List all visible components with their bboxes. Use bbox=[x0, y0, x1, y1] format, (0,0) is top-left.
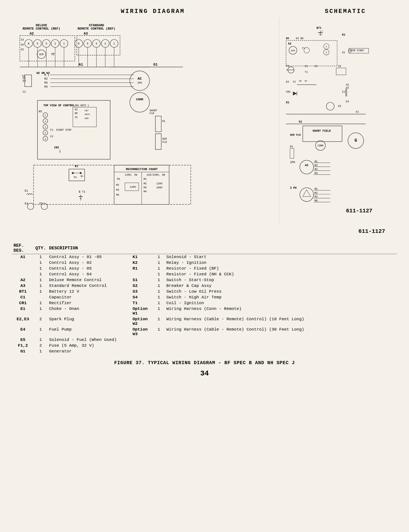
part-qty-right: 1 bbox=[153, 306, 165, 316]
svg-text:-: - bbox=[322, 34, 323, 36]
svg-text:5: 5 bbox=[87, 42, 88, 45]
part-ref-right: T1 bbox=[131, 300, 153, 306]
part-ref-right bbox=[131, 348, 153, 354]
table-row: A11Control Assy - 01 -05K11Solenoid - St… bbox=[12, 254, 397, 260]
part-desc: Generator bbox=[47, 348, 131, 354]
svg-point-94 bbox=[72, 172, 74, 174]
parts-table-section: REF. DES. QTY. DESCRIPTION A11Control As… bbox=[12, 242, 397, 354]
part-desc-right: Wiring Harness (Conn - Remote) bbox=[165, 306, 397, 316]
svg-text:FLB: FLB bbox=[149, 112, 154, 115]
parts-table: REF. DES. QTY. DESCRIPTION A11Control As… bbox=[12, 242, 397, 354]
part-ref: CR1 bbox=[12, 300, 34, 306]
header-desc-2 bbox=[165, 242, 397, 254]
part-qty-right: 1 bbox=[153, 327, 165, 337]
part-desc: Rectifier bbox=[47, 300, 131, 306]
diagram-titles: WIRING DIAGRAM SCHEMATIC bbox=[12, 8, 397, 15]
part-qty: 1 bbox=[34, 300, 47, 306]
svg-text:6: 6 bbox=[78, 42, 80, 45]
svg-text:W1: W1 bbox=[39, 110, 42, 113]
svg-text:BT1: BT1 bbox=[316, 27, 322, 30]
svg-text:REMOTE CONTROL (REF): REMOTE CONTROL (REF) bbox=[22, 27, 60, 31]
svg-text:M1: M1 bbox=[144, 178, 147, 180]
svg-text:E4: E4 bbox=[25, 202, 28, 205]
part-desc-right: Solenoid - Start bbox=[165, 254, 397, 260]
svg-text:M1: M1 bbox=[315, 160, 318, 163]
svg-text:STOP  START: STOP START bbox=[350, 49, 364, 52]
svg-text:2: 2 bbox=[59, 150, 61, 153]
part-desc-right: Switch - Start-Stop bbox=[165, 277, 397, 283]
part-ref-right: K2 bbox=[131, 260, 153, 266]
svg-text:M4: M4 bbox=[44, 85, 48, 88]
part-desc: Solenoid - Fuel (When Used) bbox=[47, 337, 131, 343]
svg-text:1: 1 bbox=[113, 42, 115, 45]
svg-text:S4: S4 bbox=[346, 87, 349, 89]
part-ref: A3 bbox=[12, 283, 34, 289]
svg-text:S3: S3 bbox=[346, 84, 349, 86]
part-desc: Control Assy - 01 -05 bbox=[47, 254, 131, 260]
figure-caption: FIGURE 37. TYPICAL WIRING DIAGRAM - BF S… bbox=[12, 360, 397, 366]
svg-rect-0 bbox=[12, 18, 397, 224]
part-desc: Battery 12 V bbox=[47, 289, 131, 294]
svg-text:M2: M2 bbox=[315, 164, 317, 167]
svg-text:COMM: COMM bbox=[317, 144, 323, 147]
part-ref: E1 bbox=[12, 306, 34, 316]
part-desc: Deluxe Remote Control bbox=[47, 277, 131, 283]
svg-text:CRI: CRI bbox=[54, 146, 59, 149]
svg-text:STANDARD: STANDARD bbox=[89, 24, 104, 27]
svg-text:R1: R1 bbox=[290, 145, 293, 148]
svg-text:K1: K1 bbox=[342, 33, 345, 36]
part-qty: 1 bbox=[34, 271, 47, 277]
svg-text:S1: S1 bbox=[342, 51, 345, 54]
part-ref: C1 bbox=[12, 294, 34, 300]
svg-text:REMOTE CONTROL (REF): REMOTE CONTROL (REF) bbox=[78, 27, 115, 31]
part-ref-right: S1 bbox=[131, 277, 153, 283]
part-ref bbox=[12, 266, 34, 271]
svg-text:M2: M2 bbox=[44, 77, 48, 81]
svg-text:G1: G1 bbox=[299, 120, 302, 123]
svg-text:E1: E1 bbox=[25, 189, 28, 192]
svg-text:611-1127: 611-1127 bbox=[346, 208, 372, 214]
part-qty: 2 bbox=[34, 343, 47, 348]
svg-text:SER FLD: SER FLD bbox=[290, 134, 301, 136]
svg-text:DELUXE: DELUXE bbox=[36, 24, 47, 27]
svg-text:SER: SER bbox=[162, 137, 167, 140]
svg-text:M3: M3 bbox=[315, 195, 317, 198]
part-qty-right bbox=[153, 348, 165, 354]
svg-text:M3: M3 bbox=[116, 189, 119, 191]
table-row: CR11RectifierT11Coil - Ignition bbox=[12, 300, 397, 306]
svg-text:G1: G1 bbox=[154, 63, 158, 67]
svg-text:F2: F2 bbox=[50, 135, 53, 138]
svg-text:A2: A2 bbox=[30, 32, 34, 36]
svg-text:1PH: 1PH bbox=[137, 81, 142, 84]
part-ref bbox=[12, 271, 34, 277]
table-row: 1Control Assy - 041Resistor - Fixed (NH … bbox=[12, 271, 397, 277]
part-ref: E4 bbox=[12, 327, 34, 337]
part-qty: 1 bbox=[34, 266, 47, 271]
svg-text:D30: D30 bbox=[85, 117, 89, 120]
diagram-area: DELUXE REMOTE CONTROL (REF) A2 1 2 3 5 6… bbox=[12, 17, 397, 225]
svg-text:DCM: DCM bbox=[39, 53, 44, 56]
svg-text:3 PH: 3 PH bbox=[290, 186, 297, 189]
part-qty: 1 bbox=[34, 283, 47, 289]
svg-text:S4: S4 bbox=[21, 43, 24, 46]
part-ref-right: Option W1 bbox=[131, 306, 153, 316]
svg-text:1: 1 bbox=[326, 45, 327, 48]
svg-text:AC: AC bbox=[138, 77, 142, 81]
part-desc: Standard Remote Control bbox=[47, 283, 131, 289]
part-desc-right bbox=[165, 337, 397, 343]
svg-text:M2: M2 bbox=[116, 184, 119, 187]
part-desc-right: Resistor - Fixed (BF) bbox=[165, 266, 397, 271]
part-desc: Spark Plug bbox=[47, 316, 131, 327]
part-desc-right: Wiring Harness (Cable - Remote) Control)… bbox=[165, 316, 397, 327]
table-row: E2,E32Spark PlugOption W21Wiring Harness… bbox=[12, 316, 397, 327]
svg-text:120V: 120V bbox=[130, 186, 136, 189]
part-ref-right: Option W2 bbox=[131, 316, 153, 327]
part-qty: 1 bbox=[34, 254, 47, 260]
svg-text:COMM: COMM bbox=[136, 98, 143, 101]
svg-text:F1: F1 bbox=[50, 128, 54, 132]
svg-text:K2: K2 bbox=[75, 108, 78, 111]
part-desc: Control Assy - 02 bbox=[47, 260, 131, 266]
svg-text:6: 6 bbox=[45, 138, 46, 140]
table-row: F1,22Fuse (5 Amp, 32 V) bbox=[12, 343, 397, 348]
svg-text:5: 5 bbox=[37, 42, 38, 45]
